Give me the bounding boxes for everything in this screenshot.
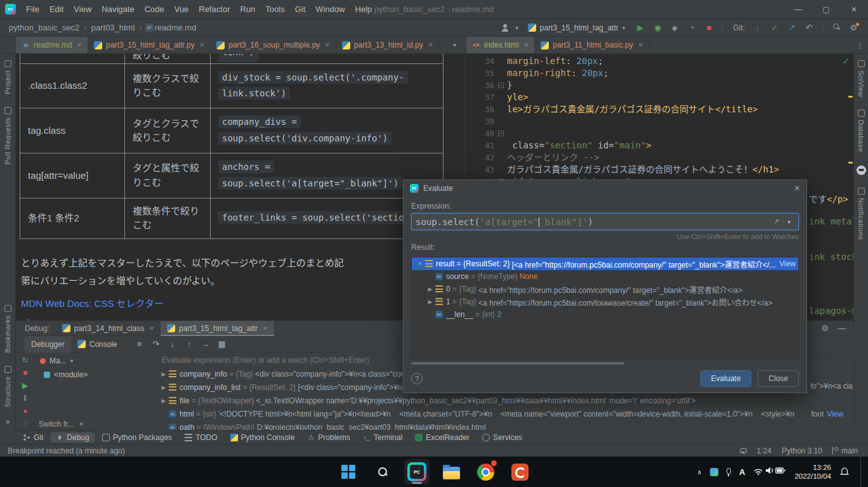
microphone-icon[interactable] bbox=[727, 468, 731, 474]
toolwindow-problems[interactable]: ⚠Problems bbox=[302, 432, 355, 443]
stop-button[interactable]: ■ bbox=[703, 23, 714, 32]
line-number[interactable]: 42 bbox=[466, 152, 494, 164]
menu-view[interactable]: View bbox=[69, 0, 96, 19]
fold-icon[interactable]: − bbox=[498, 131, 504, 136]
menu-edit[interactable]: Edit bbox=[44, 0, 69, 19]
close-tab-icon[interactable]: ✕ bbox=[638, 42, 643, 48]
debug-session-tab-part3_15_html_tag_attr[interactable]: part3_15_html_tag_attr✕ bbox=[161, 321, 274, 336]
taskbar-clock[interactable]: 13:26 2022/10/04 bbox=[794, 463, 831, 481]
breadcrumb-item[interactable]: part03_html bbox=[90, 23, 136, 32]
run-configuration-select[interactable]: part3_15_html_tag_attr ▾ bbox=[524, 22, 629, 34]
frames-bottom-tab[interactable]: Switch fr... ✕ bbox=[39, 420, 84, 429]
line-number[interactable]: 39 bbox=[466, 115, 494, 127]
editor-tab-part3_11_html_basic.py[interactable]: part3_11_html_basic.py✕ bbox=[535, 37, 649, 53]
step-over-button[interactable]: ↷ bbox=[149, 339, 163, 349]
hidden-tabs-chevron-icon[interactable]: ▾ bbox=[453, 42, 456, 48]
close-tab-icon[interactable]: ✕ bbox=[263, 325, 268, 332]
step-out-button[interactable]: ↑ bbox=[182, 339, 196, 349]
fold-icon[interactable]: − bbox=[498, 82, 504, 88]
editor-tab-index.html[interactable]: <>index.html✕ bbox=[466, 37, 535, 53]
minimize-button[interactable]: — bbox=[784, 0, 812, 19]
variable-row[interactable]: 01html = {str} '<!DOCTYPE html>¥n<html l… bbox=[155, 407, 853, 420]
tree-expand-arrow[interactable]: ▶ bbox=[426, 286, 435, 292]
tool-stripe-structure[interactable]: Structure bbox=[4, 360, 11, 413]
taskbar-orange-app-button[interactable] bbox=[507, 459, 532, 484]
tree-expand-arrow[interactable]: ▶ bbox=[159, 398, 168, 404]
line-number[interactable]: 35 bbox=[466, 67, 494, 79]
toolwindow-python-console[interactable]: Python Console bbox=[225, 432, 300, 443]
debug-session-tab-part3_14_html_class[interactable]: part3_14_html_class✕ bbox=[56, 321, 161, 336]
taskbar-chrome-button[interactable] bbox=[473, 459, 498, 484]
taskbar-search-button[interactable] bbox=[370, 459, 395, 484]
breadcrumb-item[interactable]: python_basic_sec2 bbox=[8, 23, 81, 32]
tool-stripe-github-copilot[interactable] bbox=[857, 159, 866, 181]
editor-tab-part3_13_html_id.py[interactable]: part3_13_html_id.py✕ bbox=[336, 37, 439, 53]
git-rollback-button[interactable]: ↶ bbox=[803, 23, 815, 32]
tree-expand-arrow[interactable]: ▶ bbox=[159, 371, 168, 377]
breadcrumb-item[interactable]: readme.md bbox=[154, 23, 198, 32]
dialog-close-icon[interactable]: ✕ bbox=[794, 184, 800, 193]
line-number[interactable]: 43 bbox=[466, 164, 494, 176]
stack-frame-module[interactable]: <module> bbox=[35, 368, 155, 381]
menu-help[interactable]: Help bbox=[350, 0, 378, 19]
taskbar-pycharm-button[interactable]: PC bbox=[404, 459, 430, 484]
result-tree-row[interactable]: 01__len__ = {int} 2 bbox=[412, 308, 798, 321]
result-tree-row[interactable]: 01source = {NoneType} None bbox=[412, 270, 798, 283]
menu-file[interactable]: File bbox=[21, 0, 44, 19]
hidden-icons-chevron[interactable]: ∧ bbox=[697, 469, 702, 476]
stop-button[interactable]: ■ bbox=[19, 368, 32, 377]
menu-tools[interactable]: Tools bbox=[260, 0, 289, 19]
view-breakpoints-button[interactable]: ● bbox=[19, 406, 32, 415]
tool-stripe-project[interactable]: Project bbox=[4, 54, 11, 101]
toolwindow-services[interactable]: Services bbox=[477, 432, 527, 443]
git-commit-button[interactable]: ✓ bbox=[769, 23, 780, 32]
toolwindow-debug[interactable]: Debug bbox=[51, 432, 94, 443]
rerun-button[interactable]: ↻ bbox=[19, 356, 32, 365]
menu-git[interactable]: Git bbox=[290, 0, 311, 19]
settings-button[interactable]: ⚙ bbox=[848, 23, 859, 32]
toolwindow-excelreader[interactable]: ExcelReader bbox=[410, 432, 475, 443]
run-button[interactable]: ▶ bbox=[635, 23, 646, 32]
run-to-cursor-button[interactable]: → bbox=[199, 339, 213, 349]
tree-expand-arrow[interactable]: ▼ bbox=[416, 261, 424, 267]
menu-run[interactable]: Run bbox=[235, 0, 261, 19]
debug-settings-gear-icon[interactable]: ⚙ bbox=[821, 323, 829, 333]
editor-tab-part3_16_soup_multiple.py[interactable]: part3_16_soup_multiple.py✕ bbox=[211, 37, 336, 53]
debugger-tab-console[interactable]: Console bbox=[71, 336, 124, 353]
view-link[interactable]: View bbox=[824, 410, 843, 419]
warning-stripe-mark[interactable] bbox=[848, 96, 853, 98]
close-tab-icon[interactable]: ✕ bbox=[524, 42, 529, 48]
menu-code[interactable]: Code bbox=[140, 0, 169, 19]
tree-expand-arrow[interactable]: ▶ bbox=[159, 384, 168, 391]
evaluate-dialog-titlebar[interactable]: PC Evaluate ✕ bbox=[404, 180, 806, 197]
close-tab-icon[interactable]: ✕ bbox=[325, 42, 330, 48]
coverage-button[interactable]: ◈ bbox=[669, 23, 680, 32]
right-tab-options-kebab-icon[interactable]: ⋮ bbox=[856, 41, 864, 50]
tree-expand-arrow[interactable]: ▶ bbox=[426, 299, 435, 305]
caret-position[interactable]: 1:24 bbox=[757, 446, 772, 455]
close-tab-icon[interactable]: ✕ bbox=[428, 42, 433, 48]
close-tab-icon[interactable]: ✕ bbox=[77, 42, 82, 48]
close-icon[interactable]: ✕ bbox=[79, 421, 84, 427]
expand-input-icon[interactable]: ↗ bbox=[770, 218, 783, 226]
maximize-button[interactable]: ▢ bbox=[812, 0, 840, 19]
line-number[interactable]: 41 bbox=[466, 140, 494, 152]
result-tree-row[interactable]: ▼result = {ResultSet: 2} [<a href="https… bbox=[412, 257, 798, 270]
ime-indicator[interactable]: A bbox=[739, 467, 745, 477]
expression-history-chevron-icon[interactable]: ▾ bbox=[783, 219, 794, 225]
notification-bell-icon[interactable] bbox=[839, 467, 850, 477]
toolwindow-terminal[interactable]: ›_Terminal bbox=[358, 432, 407, 443]
evaluate-expression-button[interactable]: ▦ bbox=[215, 339, 229, 349]
editor-tab-readme.md[interactable]: readme.md✕ bbox=[16, 37, 88, 53]
menu-refactor[interactable]: Refactor bbox=[194, 0, 235, 19]
python-interpreter[interactable]: Python 3.10 bbox=[782, 446, 822, 455]
network-volume-battery-cluster[interactable] bbox=[753, 465, 786, 478]
help-button[interactable]: ? bbox=[411, 373, 423, 384]
tool-stripe-pull-requests[interactable]: Pull Requests bbox=[4, 101, 11, 171]
debug-minimize-icon[interactable]: — bbox=[838, 323, 846, 333]
evaluate-button[interactable]: Evaluate bbox=[700, 370, 752, 387]
more-tool-windows-icon[interactable]: » bbox=[6, 413, 10, 430]
toolwindow-git[interactable]: Git bbox=[18, 432, 48, 443]
resume-button[interactable]: ▶ bbox=[19, 381, 32, 390]
start-button[interactable] bbox=[336, 459, 361, 484]
